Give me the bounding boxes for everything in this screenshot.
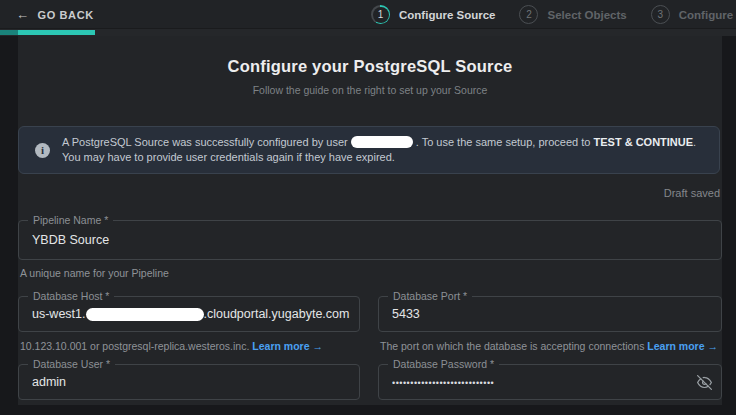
step-2-circle[interactable]: 2: [519, 5, 538, 24]
step-2-label[interactable]: Select Objects: [547, 9, 626, 21]
info-banner: i A PostgreSQL Source was successfully c…: [18, 126, 720, 174]
database-port-value: 5433: [392, 297, 715, 331]
port-learn-more-arrow-icon: →: [707, 340, 718, 352]
go-back-label: GO BACK: [38, 9, 94, 21]
host-learn-more-link[interactable]: Learn more: [252, 340, 309, 352]
wizard-progress-track: [0, 29, 736, 36]
info-banner-text: A PostgreSQL Source was successfully con…: [62, 135, 703, 166]
step-3-number: 3: [657, 9, 663, 20]
step-2-number: 2: [526, 9, 532, 20]
host-value-suffix: .cloudportal.yugabyte.com: [204, 307, 350, 321]
database-password-input[interactable]: Database Password * ••••••••••••••••••••…: [378, 364, 722, 400]
port-learn-more-link[interactable]: Learn more: [647, 340, 704, 352]
go-back-button[interactable]: ← GO BACK: [16, 0, 94, 29]
host-value-prefix: us-west1.: [32, 307, 86, 321]
port-helper-text: The port on which the database is accept…: [380, 340, 644, 352]
page-subtitle: Follow the guide on the right to set up …: [18, 84, 722, 96]
pipeline-name-input[interactable]: Pipeline Name * YBDB Source: [18, 220, 722, 260]
database-user-value: admin: [32, 365, 353, 399]
configure-source-panel: Configure your PostgreSQL Source Follow …: [18, 36, 722, 405]
database-host-helper: 10.123.10.001 or postgresql-replica.west…: [20, 340, 323, 352]
host-learn-more-arrow-icon: →: [312, 340, 323, 352]
step-1-circle[interactable]: 1: [371, 5, 390, 24]
banner-highlight: TEST & CONTINUE: [593, 136, 693, 148]
top-bar: ← GO BACK 1 Configure Source 2 Select Ob…: [0, 0, 736, 29]
step-1-label[interactable]: Configure Source: [399, 9, 495, 21]
database-password-value: ••••••••••••••••••••••••••••: [392, 365, 715, 399]
database-host-value: us-west1..cloudportal.yugabyte.com: [32, 297, 353, 331]
wizard-stepper: 1 Configure Source 2 Select Objects 3 Co…: [371, 0, 736, 29]
database-port-input[interactable]: Database Port * 5433: [378, 296, 722, 332]
step-3-label[interactable]: Configure Destination: [679, 9, 736, 21]
step-1-number: 1: [373, 7, 389, 23]
database-host-input[interactable]: Database Host * us-west1..cloudportal.yu…: [18, 296, 360, 332]
page-title: Configure your PostgreSQL Source: [18, 57, 722, 76]
wizard-progress-fill: [0, 30, 95, 35]
toggle-password-visibility-button[interactable]: [696, 374, 712, 390]
redacted-username: [351, 136, 413, 148]
banner-text-part2: . To use the same setup, proceed to: [416, 136, 594, 148]
draft-saved-status: Draft saved: [664, 187, 720, 199]
database-user-input[interactable]: Database User * admin: [18, 364, 360, 400]
pipeline-name-helper: A unique name for your Pipeline: [20, 267, 169, 279]
pipeline-name-value: YBDB Source: [32, 221, 715, 259]
step-3-circle[interactable]: 3: [651, 5, 670, 24]
database-port-helper: The port on which the database is accept…: [380, 340, 718, 352]
back-arrow-icon: ←: [16, 7, 30, 22]
eye-off-icon: [697, 375, 712, 390]
host-helper-text: 10.123.10.001 or postgresql-replica.west…: [20, 340, 249, 352]
info-icon: i: [35, 143, 50, 158]
redacted-host-segment: [86, 308, 204, 321]
banner-text-part1: A PostgreSQL Source was successfully con…: [62, 136, 348, 148]
